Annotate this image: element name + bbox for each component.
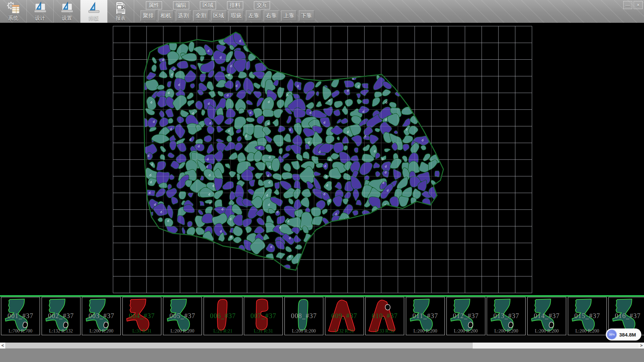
part-lr-label: L:200 R:200	[82, 328, 120, 334]
part-id-label: 002_#37	[42, 312, 80, 320]
menu-tab-5[interactable]: 交互	[254, 1, 270, 9]
tray-item-002_#37[interactable]: 002_#37L:132 R:132	[42, 297, 80, 335]
layout-mode-button[interactable]: 排版	[80, 0, 107, 23]
part-lr-label: L:33 R:33	[366, 328, 404, 334]
tray-item-007_#37[interactable]: 007_#37L:31 R:31	[244, 297, 283, 335]
tray-item-006_#37[interactable]: 006_#37L:21 R:21	[204, 297, 243, 335]
design-mode-button[interactable]: 设计	[27, 0, 54, 23]
status-bar	[0, 349, 644, 362]
tray-item-015_#37[interactable]: 015_#37L:200 R:200	[568, 297, 607, 335]
top-toolbar: 系统设计设置排版报表 属性编辑区域排料交互 聚排相机选割全割区域瑕疵左靠右靠上靠…	[0, 0, 644, 23]
part-lr-label: L:31 R:31	[244, 328, 282, 334]
part-id-label: 005_#37	[163, 312, 202, 320]
part-lr-label: L:200 R:200	[447, 328, 485, 334]
scrollbar-thumb[interactable]	[5, 343, 473, 349]
nesting-canvas-svg	[0, 23, 644, 295]
tool-button-9[interactable]: 上靠	[281, 10, 297, 21]
report-doc-icon	[114, 1, 128, 15]
tool-button-4[interactable]: 全割	[193, 10, 209, 21]
memory-value: 384.8M	[619, 332, 636, 338]
part-lr-label: L:32 R:31	[325, 328, 364, 334]
part-id-label: 007_#37	[244, 312, 282, 320]
part-id-label: 009_#37	[325, 312, 364, 320]
menu-tab-3[interactable]: 区域	[200, 1, 216, 9]
tray-item-013_#37[interactable]: 013_#37L:200 R:200	[487, 297, 526, 335]
menu-tab-4[interactable]: 排料	[227, 1, 243, 9]
part-id-label: 011_#37	[406, 312, 444, 320]
part-id-label: 008_#37	[285, 312, 323, 320]
part-lr-label: L:132 R:132	[42, 328, 80, 334]
part-id-label: 016_#37	[609, 312, 644, 320]
part-id-label: 006_#37	[204, 312, 242, 320]
design-ruler-icon	[33, 1, 47, 15]
tool-button-1[interactable]: 聚排	[141, 10, 156, 21]
design-mode-label: 设计	[35, 15, 45, 21]
part-lr-label: L:31 R:31	[123, 328, 161, 334]
tray-item-010_#37[interactable]: 010_#37L:33 R:33	[365, 297, 404, 335]
settings-ruler-icon	[60, 1, 74, 15]
settings-mode-label: 设置	[62, 15, 72, 21]
menu-tab-1[interactable]: 属性	[146, 1, 162, 9]
report-mode-button[interactable]: 报表	[107, 0, 134, 23]
part-lr-label: L:200 R:200	[568, 328, 606, 334]
layout-ruler-icon	[87, 1, 101, 15]
close-button[interactable]: ×	[634, 1, 643, 9]
part-id-label: 015_#37	[568, 312, 606, 320]
part-id-label: 013_#37	[487, 312, 525, 320]
tool-button-8[interactable]: 右靠	[264, 10, 279, 21]
part-lr-label: L:200 R:200	[406, 328, 444, 334]
tray-item-003_#37[interactable]: 003_#37L:200 R:200	[82, 297, 121, 335]
part-lr-label: L:21 R:21	[204, 328, 242, 334]
part-id-label: 014_#37	[528, 312, 566, 320]
part-lr-label: L:700 R:700	[1, 328, 40, 334]
part-id-label: 003_#37	[82, 312, 120, 320]
tray-item-011_#37[interactable]: 011_#37L:200 R:200	[406, 297, 445, 335]
scroll-left-button[interactable]: <	[0, 343, 5, 349]
tray-item-014_#37[interactable]: 014_#37L:200 R:200	[527, 297, 566, 335]
part-lr-label: L:200 R:200	[487, 328, 525, 334]
settings-mode-button[interactable]: 设置	[54, 0, 80, 23]
part-lr-label: L:200 R:200	[528, 328, 566, 334]
part-id-label: 001_#37	[1, 312, 40, 320]
application-window: 系统设计设置排版报表 属性编辑区域排料交互 聚排相机选割全割区域瑕疵左靠右靠上靠…	[0, 0, 644, 362]
system-mode-label: 系统	[8, 15, 18, 21]
layout-mode-label: 排版	[89, 15, 99, 21]
horizontal-scrollbar[interactable]: < >	[0, 343, 644, 349]
tool-button-2[interactable]: 相机	[158, 10, 173, 21]
tool-button-6[interactable]: 瑕疵	[228, 10, 244, 21]
part-id-label: 010_#37	[366, 312, 404, 320]
tray-item-005_#37[interactable]: 005_#37L:200 R:200	[163, 297, 202, 335]
part-id-label: 012_#37	[447, 312, 485, 320]
memory-badge: 38% 384.8M	[606, 328, 641, 341]
tray-item-004_#37[interactable]: 004_#37L:31 R:31	[122, 297, 161, 335]
tray-item-012_#37[interactable]: 012_#37L:200 R:200	[446, 297, 485, 335]
tool-button-10[interactable]: 下靠	[299, 10, 314, 21]
tray-item-001_#37[interactable]: 001_#37L:700 R:700	[1, 297, 40, 335]
system-mode-button[interactable]: 系统	[0, 0, 27, 23]
menu-tab-2[interactable]: 编辑	[173, 1, 189, 9]
tool-button-7[interactable]: 左靠	[246, 10, 261, 21]
system-gear-icon	[6, 1, 20, 15]
report-mode-label: 报表	[116, 15, 126, 21]
parts-tray: 001_#37L:700 R:700002_#37L:132 R:132003_…	[0, 297, 644, 343]
nesting-canvas[interactable]	[0, 23, 644, 295]
part-id-label: 004_#37	[123, 312, 161, 320]
part-lr-label: L:200 R:200	[163, 328, 202, 334]
tray-item-008_#37[interactable]: 008_#37L:200 R:200	[284, 297, 323, 335]
part-lr-label: L:200 R:200	[285, 328, 323, 334]
minimize-button[interactable]: —	[623, 1, 632, 9]
tray-item-009_#37[interactable]: 009_#37L:32 R:31	[325, 297, 364, 335]
tool-button-5[interactable]: 区域	[211, 10, 226, 21]
scroll-right-button[interactable]: >	[639, 343, 644, 349]
progress-circle: 38%	[607, 329, 617, 340]
tool-button-3[interactable]: 选割	[176, 10, 191, 21]
